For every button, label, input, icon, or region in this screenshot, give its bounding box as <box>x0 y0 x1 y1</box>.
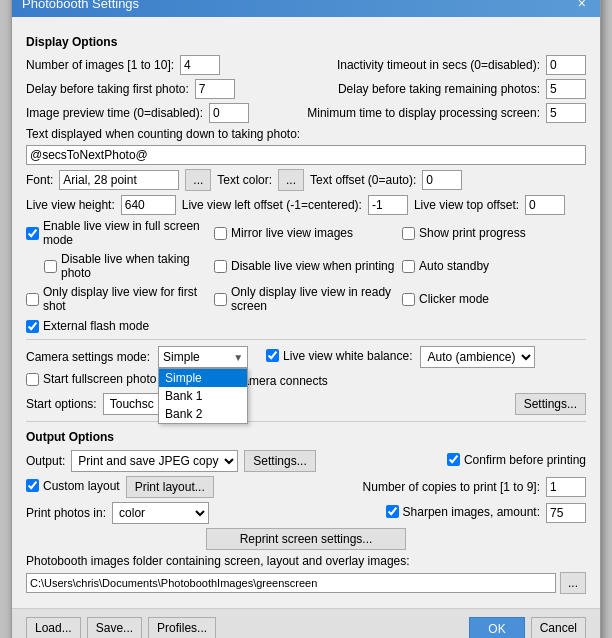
ok-button[interactable]: OK <box>469 617 524 638</box>
text-offset-input[interactable] <box>422 170 462 190</box>
row-custom-layout: Custom layout Print layout... Number of … <box>26 476 586 498</box>
cb-ready-screen-row: Only display live view in ready screen <box>214 285 398 313</box>
clicker-mode-checkbox[interactable] <box>402 293 415 306</box>
text-offset-label: Text offset (0=auto): <box>310 173 416 187</box>
cancel-button[interactable]: Cancel <box>531 617 586 638</box>
cb-enable-live-row: Enable live view in full screen mode <box>26 219 210 247</box>
cb-live-wb-row: Live view white balance: <box>266 349 412 363</box>
row-start-fullscreen: Start fullscreen photo atically when cam… <box>26 372 586 389</box>
row-reprint: Reprint screen settings... <box>26 528 586 550</box>
output-settings-button[interactable]: Settings... <box>244 450 315 472</box>
print-in-select[interactable]: color black & white <box>112 502 209 524</box>
inactivity-label: Inactivity timeout in secs (0=disabled): <box>337 58 540 72</box>
live-wb-label: Live view white balance: <box>283 349 412 363</box>
camera-option-bank1[interactable]: Bank 1 <box>159 387 247 405</box>
external-flash-label: External flash mode <box>43 319 149 333</box>
row-folder-label: Photobooth images folder containing scre… <box>26 554 586 568</box>
copies-label: Number of copies to print [1 to 9]: <box>363 480 540 494</box>
row-output: Output: Print and save JPEG copy Setting… <box>26 450 586 472</box>
cb-confirm-print-row: Confirm before printing <box>447 453 586 467</box>
live-top-input[interactable] <box>525 195 565 215</box>
live-top-label: Live view top offset: <box>414 198 519 212</box>
start-fullscreen-checkbox[interactable] <box>26 373 39 386</box>
dialog-body: Display Options Number of images [1 to 1… <box>12 17 600 608</box>
cb-external-flash-row: External flash mode <box>26 319 586 333</box>
disable-taking-label: Disable live when taking photo <box>61 252 210 280</box>
load-button[interactable]: Load... <box>26 617 81 638</box>
row-preview-time: Image preview time (0=disabled): Minimum… <box>26 103 586 123</box>
custom-layout-checkbox[interactable] <box>26 479 39 492</box>
live-height-input[interactable] <box>121 195 176 215</box>
cb-clicker-row: Clicker mode <box>402 285 586 313</box>
row-start-options: Start options: Touchsc Settings... <box>26 393 586 415</box>
camera-mode-label: Camera settings mode: <box>26 350 150 364</box>
print-layout-button[interactable]: Print layout... <box>126 476 214 498</box>
close-button[interactable]: × <box>574 0 590 11</box>
delay-first-input[interactable] <box>195 79 235 99</box>
text-color-button[interactable]: ... <box>278 169 304 191</box>
start-settings-button[interactable]: Settings... <box>515 393 586 415</box>
disable-printing-checkbox[interactable] <box>214 260 227 273</box>
countdown-input[interactable] <box>26 145 586 165</box>
folder-path-input[interactable] <box>26 573 556 593</box>
font-input[interactable] <box>59 170 179 190</box>
cb-print-progress-row: Show print progress <box>402 219 586 247</box>
enable-live-checkbox[interactable] <box>26 227 39 240</box>
white-balance-select[interactable]: Auto (ambience) Auto Daylight Cloudy <box>420 346 535 368</box>
num-images-input[interactable] <box>180 55 220 75</box>
camera-option-simple[interactable]: Simple <box>159 369 247 387</box>
custom-layout-label: Custom layout <box>43 479 120 493</box>
row-num-images: Number of images [1 to 10]: Inactivity t… <box>26 55 586 75</box>
folder-label: Photobooth images folder containing scre… <box>26 554 410 568</box>
camera-option-bank2[interactable]: Bank 2 <box>159 405 247 423</box>
preview-time-input[interactable] <box>209 103 249 123</box>
disable-printing-label: Disable live view when printing <box>231 259 394 273</box>
camera-mode-dropdown[interactable]: Simple ▼ Simple Bank 1 Bank 2 <box>158 346 248 368</box>
bottom-bar: Load... Save... Profiles... OK Cancel <box>12 608 600 638</box>
enable-live-label: Enable live view in full screen mode <box>43 219 210 247</box>
cb-auto-standby-row: Auto standby <box>402 252 586 280</box>
reprint-button[interactable]: Reprint screen settings... <box>206 528 406 550</box>
font-browse-button[interactable]: ... <box>185 169 211 191</box>
cb-custom-layout-row: Custom layout <box>26 479 120 493</box>
folder-browse-button[interactable]: ... <box>560 572 586 594</box>
photobooth-settings-dialog: Photobooth Settings × Display Options Nu… <box>11 0 601 638</box>
auto-standby-checkbox[interactable] <box>402 260 415 273</box>
disable-taking-checkbox[interactable] <box>44 260 57 273</box>
row-delay-first: Delay before taking first photo: Delay b… <box>26 79 586 99</box>
live-offset-input[interactable] <box>368 195 408 215</box>
show-print-progress-checkbox[interactable] <box>402 227 415 240</box>
sharpen-checkbox[interactable] <box>386 505 399 518</box>
auto-standby-label: Auto standby <box>419 259 489 273</box>
copies-input[interactable] <box>546 477 586 497</box>
delay-remaining-input[interactable] <box>546 79 586 99</box>
live-offset-label: Live view left offset (-1=centered): <box>182 198 362 212</box>
live-wb-checkbox[interactable] <box>266 349 279 362</box>
text-color-label: Text color: <box>217 173 272 187</box>
output-select[interactable]: Print and save JPEG copy <box>71 450 238 472</box>
profiles-button[interactable]: Profiles... <box>148 617 216 638</box>
first-shot-checkbox[interactable] <box>26 293 39 306</box>
confirm-print-checkbox[interactable] <box>447 453 460 466</box>
row-countdown-label: Text displayed when counting down to tak… <box>26 127 586 141</box>
cb-disable-printing-row: Disable live view when printing <box>214 252 398 280</box>
min-time-label: Minimum time to display processing scree… <box>307 106 540 120</box>
dialog-title: Photobooth Settings <box>22 0 139 11</box>
mirror-live-checkbox[interactable] <box>214 227 227 240</box>
first-shot-label: Only display live view for first shot <box>43 285 210 313</box>
row-font: Font: ... Text color: ... Text offset (0… <box>26 169 586 191</box>
cb-sharpen-row: Sharpen images, amount: <box>386 505 540 519</box>
ready-screen-checkbox[interactable] <box>214 293 227 306</box>
inactivity-input[interactable] <box>546 55 586 75</box>
cb-disable-taking-row: Disable live when taking photo <box>44 252 210 280</box>
sharpen-input[interactable] <box>546 503 586 523</box>
camera-settings-row: Camera settings mode: Simple ▼ Simple Ba… <box>26 346 586 368</box>
camera-mode-options[interactable]: Simple Bank 1 Bank 2 <box>158 368 248 424</box>
display-options-label: Display Options <box>26 35 586 49</box>
clicker-mode-label: Clicker mode <box>419 292 489 306</box>
external-flash-checkbox[interactable] <box>26 320 39 333</box>
sharpen-label: Sharpen images, amount: <box>403 505 540 519</box>
save-button[interactable]: Save... <box>87 617 142 638</box>
min-time-input[interactable] <box>546 103 586 123</box>
cb-first-shot-row: Only display live view for first shot <box>26 285 210 313</box>
